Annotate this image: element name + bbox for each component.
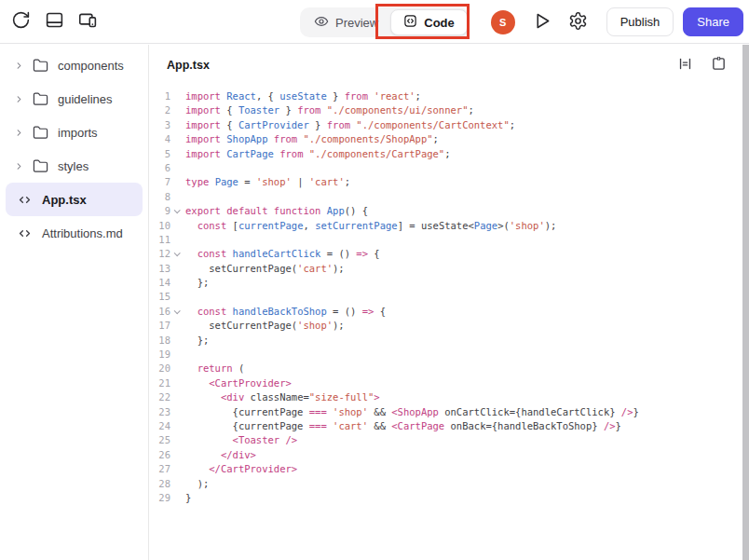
code-line-11[interactable]: 11 xyxy=(150,233,742,247)
code-line-29[interactable]: 29} xyxy=(150,491,742,505)
code-line-9[interactable]: 9export default function App() { xyxy=(150,204,742,218)
code-line-1[interactable]: 1import React, { useState } from 'react'… xyxy=(150,89,742,103)
sidebar-item-label: guidelines xyxy=(58,92,113,106)
code-text: setCurrentPage('shop'); xyxy=(185,319,345,333)
code-line-20[interactable]: 20 return ( xyxy=(150,362,742,376)
vertical-scrollbar[interactable] xyxy=(742,45,749,560)
folder-icon xyxy=(33,125,48,141)
preview-code-toggle: Preview Code xyxy=(300,7,470,37)
editor-filename: App.tsx xyxy=(167,59,210,72)
publish-button[interactable]: Publish xyxy=(606,7,674,36)
sidebar-item-app-tsx[interactable]: App.tsx xyxy=(6,183,143,216)
chevron-right-icon[interactable] xyxy=(13,127,24,138)
code-line-6[interactable]: 6 xyxy=(150,161,742,175)
line-number: 9 xyxy=(150,204,170,218)
code-text: } xyxy=(185,491,191,505)
code-line-26[interactable]: 26 </div> xyxy=(150,448,742,462)
line-number: 20 xyxy=(150,362,170,376)
scrollbar-thumb[interactable] xyxy=(742,45,749,560)
code-line-3[interactable]: 3import { CartProvider } from "./compone… xyxy=(150,118,742,132)
sidebar-item-attributions-md[interactable]: Attributions.md xyxy=(6,216,143,250)
device-preview-button[interactable] xyxy=(75,8,101,34)
code-line-27[interactable]: 27 </CartProvider> xyxy=(150,462,742,476)
code-line-8[interactable]: 8 xyxy=(150,190,742,204)
chevron-right-icon[interactable] xyxy=(13,93,24,104)
toolbar-right-cluster: S Publish Share xyxy=(491,7,743,37)
code-line-24[interactable]: 24 {currentPage === 'cart' && <CartPage … xyxy=(150,419,742,433)
code-line-4[interactable]: 4import ShopApp from "./components/ShopA… xyxy=(150,132,742,146)
fold-gutter xyxy=(170,362,183,376)
copy-code-button[interactable] xyxy=(707,54,729,76)
sidebar-item-components[interactable]: components xyxy=(6,48,143,82)
fold-gutter xyxy=(170,491,183,505)
code-line-19[interactable]: 19 xyxy=(150,348,742,362)
code-file-icon xyxy=(17,225,33,241)
code-text: </div> xyxy=(185,448,256,462)
line-number: 11 xyxy=(150,233,170,247)
code-text: return ( xyxy=(185,362,244,376)
chevron-right-icon[interactable] xyxy=(13,160,24,171)
folder-icon xyxy=(33,58,48,74)
code-line-17[interactable]: 17 setCurrentPage('shop'); xyxy=(150,319,742,333)
refresh-icon xyxy=(11,10,31,33)
code-line-18[interactable]: 18 }; xyxy=(150,334,742,348)
sidebar-item-guidelines[interactable]: guidelines xyxy=(6,82,143,116)
fold-gutter xyxy=(170,233,183,247)
code-line-15[interactable]: 15 xyxy=(150,290,742,304)
code-square-icon xyxy=(403,14,417,31)
share-button[interactable]: Share xyxy=(683,7,743,36)
app-window: Preview Code S xyxy=(0,0,749,560)
code-line-13[interactable]: 13 setCurrentPage('cart'); xyxy=(150,262,742,276)
code-text: import ShopApp from "./components/ShopAp… xyxy=(185,132,439,146)
code-line-12[interactable]: 12 const handleCartClick = () => { xyxy=(150,247,742,261)
code-view[interactable]: 1import React, { useState } from 'react'… xyxy=(150,86,742,505)
refresh-button[interactable] xyxy=(7,8,34,34)
code-line-5[interactable]: 5import CartPage from "./components/Cart… xyxy=(150,147,742,161)
fold-toggle[interactable] xyxy=(170,247,183,261)
sidebar-item-imports[interactable]: imports xyxy=(6,116,143,149)
format-code-button[interactable] xyxy=(674,54,696,76)
sidebar-item-styles[interactable]: styles xyxy=(6,149,143,183)
run-button[interactable] xyxy=(530,9,556,35)
code-line-7[interactable]: 7type Page = 'shop' | 'cart'; xyxy=(150,175,742,189)
fold-gutter xyxy=(170,276,183,290)
fold-gutter xyxy=(170,190,183,204)
preview-tab[interactable]: Preview xyxy=(302,9,390,35)
avatar[interactable]: S xyxy=(491,10,515,34)
line-number: 18 xyxy=(150,334,170,348)
code-line-22[interactable]: 22 <div className="size-full"> xyxy=(150,390,742,404)
chevron-right-icon[interactable] xyxy=(13,60,24,71)
code-line-23[interactable]: 23 {currentPage === 'shop' && <ShopApp o… xyxy=(150,405,742,419)
code-line-2[interactable]: 2import { Toaster } from "./components/u… xyxy=(150,103,742,117)
code-line-16[interactable]: 16 const handleBackToShop = () => { xyxy=(150,305,742,319)
code-line-10[interactable]: 10 const [currentPage, setCurrentPage] =… xyxy=(150,219,742,233)
share-button-label: Share xyxy=(697,15,729,29)
settings-button[interactable] xyxy=(565,9,592,35)
code-file-icon xyxy=(17,192,33,208)
code-text: }; xyxy=(185,334,209,348)
code-text: <CartProvider> xyxy=(185,376,292,390)
copy-code-icon xyxy=(711,56,727,75)
fold-gutter xyxy=(170,462,183,476)
line-number: 29 xyxy=(150,491,170,505)
fold-gutter xyxy=(170,175,183,189)
fold-gutter xyxy=(170,290,183,304)
fold-toggle[interactable] xyxy=(170,204,183,218)
line-number: 10 xyxy=(150,219,170,233)
code-line-21[interactable]: 21 <CartProvider> xyxy=(150,376,742,390)
code-text: import { CartProvider } from "./componen… xyxy=(185,118,515,132)
fold-gutter xyxy=(170,405,183,419)
line-number: 21 xyxy=(150,376,170,390)
line-number: 15 xyxy=(150,290,170,304)
fold-gutter xyxy=(170,334,183,348)
panel-layout-button[interactable] xyxy=(41,8,67,34)
code-tab[interactable]: Code xyxy=(390,9,468,35)
fold-gutter xyxy=(170,262,183,276)
fold-toggle[interactable] xyxy=(170,305,183,319)
line-number: 24 xyxy=(150,419,170,433)
code-line-28[interactable]: 28 ); xyxy=(150,477,742,491)
code-line-25[interactable]: 25 <Toaster /> xyxy=(150,433,742,447)
line-number: 28 xyxy=(150,477,170,491)
panel-bottom-icon xyxy=(45,10,64,33)
code-line-14[interactable]: 14 }; xyxy=(150,276,742,290)
